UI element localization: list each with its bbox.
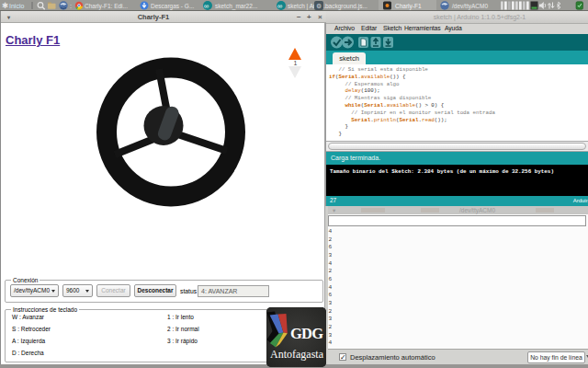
- svg-text:sketch_mar22...: sketch_mar22...: [215, 3, 257, 10]
- svg-text:background.js...: background.js...: [325, 3, 368, 10]
- svg-text:∞: ∞: [204, 2, 209, 10]
- svg-text:Charly-F1: Edi...: Charly-F1: Edi...: [85, 3, 128, 10]
- svg-text:Charly-F1: Charly-F1: [395, 3, 422, 10]
- svg-text:✱: ✱: [2, 1, 8, 10]
- svg-text::: :: [70, 3, 72, 9]
- svg-text:Descargas - G...: Descargas - G...: [151, 3, 195, 10]
- svg-text:Inicio: Inicio: [9, 3, 24, 9]
- svg-text:Antofagasta: Antofagasta: [270, 348, 324, 361]
- svg-text:/dev/ttyACM0: /dev/ttyACM0: [452, 3, 488, 10]
- svg-text:∞: ∞: [277, 2, 282, 10]
- svg-text:GDG: GDG: [290, 325, 323, 342]
- svg-text:⚙: ⚙: [316, 3, 322, 9]
